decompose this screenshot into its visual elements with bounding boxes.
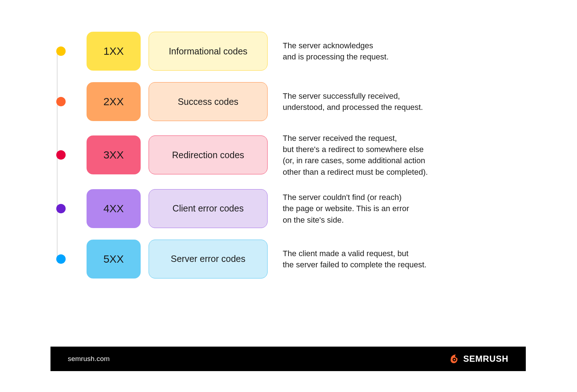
status-row-3xx: 3XX Redirection codes The server receive… [54,133,526,178]
status-code-box: 1XX [87,32,141,71]
status-description: The server successfully received, unders… [283,90,423,113]
status-description: The server received the request, but the… [283,133,428,178]
status-description: The server acknowledges and is processin… [283,40,389,62]
status-label-text: Client error codes [172,203,243,214]
status-label-text: Success codes [178,97,238,107]
svg-point-1 [454,359,455,361]
footer-bar: semrush.com SEMRUSH [50,347,526,371]
status-row-1xx: 1XX Informational codes The server ackno… [54,32,526,71]
timeline-dot [56,97,66,106]
timeline-dot [56,150,66,160]
status-code-text: 5XX [103,253,124,265]
footer-url: semrush.com [68,355,110,363]
timeline-dot [56,254,66,264]
brand-name: SEMRUSH [463,354,508,364]
status-code-box: 3XX [87,135,141,174]
status-label-box: Client error codes [149,189,268,228]
status-code-box: 5XX [87,240,141,279]
status-label-text: Server error codes [171,254,245,264]
status-label-text: Redirection codes [172,150,244,160]
status-label-box: Success codes [149,82,268,121]
timeline-dot [56,46,66,56]
status-description: The server couldn't find (or reach) the … [283,192,409,226]
status-row-4xx: 4XX Client error codes The server couldn… [54,189,526,228]
status-code-box: 4XX [87,189,141,228]
status-code-text: 1XX [103,45,124,57]
status-description: The client made a valid request, but the… [283,248,427,270]
status-code-box: 2XX [87,82,141,121]
fire-icon [448,353,459,365]
rows-container: 1XX Informational codes The server ackno… [50,32,526,279]
status-code-text: 3XX [103,149,124,161]
status-label-box: Informational codes [149,32,268,71]
infographic-frame: 1XX Informational codes The server ackno… [50,11,526,371]
status-code-text: 2XX [103,95,124,108]
brand-logo: SEMRUSH [448,353,508,365]
status-code-text: 4XX [103,202,124,215]
status-label-box: Redirection codes [149,135,268,174]
status-label-text: Informational codes [169,46,247,57]
timeline-dot [56,204,66,213]
status-label-box: Server error codes [149,240,268,279]
status-row-2xx: 2XX Success codes The server successfull… [54,82,526,121]
status-row-5xx: 5XX Server error codes The client made a… [54,240,526,279]
